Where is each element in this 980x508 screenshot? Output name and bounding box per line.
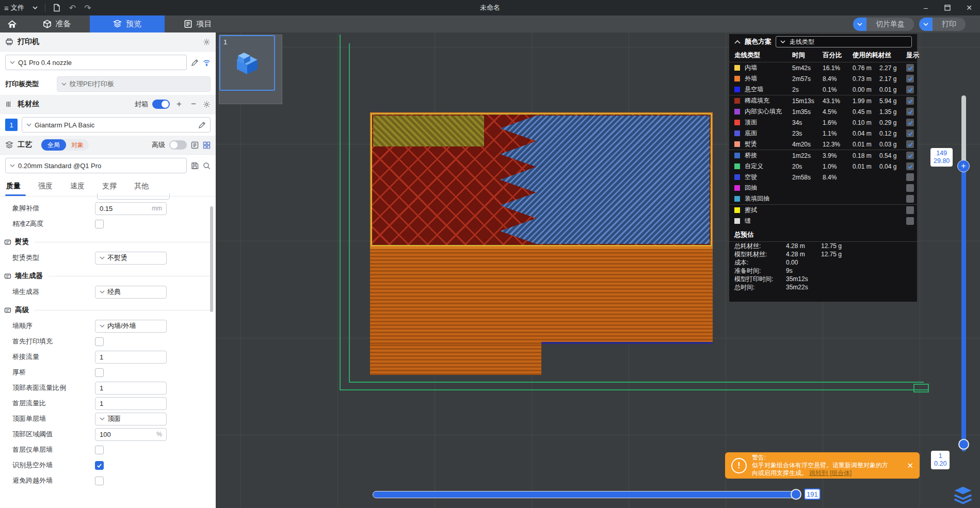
line-type-visibility-checkbox[interactable] (906, 129, 914, 137)
close-button[interactable]: ✕ (958, 0, 980, 15)
param-input-桥接流量[interactable]: 1 (95, 351, 167, 364)
param-row: 熨烫类型不熨烫 (0, 250, 216, 266)
param-label: 避免跨越外墙 (0, 476, 95, 485)
line-type-percent: 1.6% (823, 119, 853, 126)
warning-close-button[interactable]: ✕ (907, 461, 913, 470)
layer-slider-bottom-handle[interactable] (958, 439, 969, 450)
partially-visible-input[interactable] (97, 193, 170, 200)
print-dropdown-button[interactable] (919, 18, 933, 31)
param-checkbox-避免跨越外墙[interactable] (95, 477, 104, 485)
total-label: 准备时间: (734, 267, 786, 275)
line-type-visibility-checkbox[interactable] (906, 184, 914, 192)
search-preset-icon[interactable] (203, 162, 211, 170)
tab-preview[interactable]: 预览 (90, 15, 165, 32)
move-slider-handle[interactable] (791, 489, 801, 500)
line-type-visibility-checkbox[interactable] (906, 108, 914, 116)
param-value: 1 (100, 353, 159, 361)
check-icon (907, 130, 913, 137)
filament-settings-gear-icon[interactable] (203, 101, 211, 108)
check-icon (907, 153, 913, 159)
slice-button[interactable]: 切片单盘 (866, 18, 914, 31)
slice-dropdown-button[interactable] (853, 18, 866, 31)
warning-title: 警告: (752, 454, 888, 462)
plate-thumbnail[interactable]: 1 (219, 35, 282, 104)
line-type-visibility-checkbox[interactable] (906, 217, 914, 225)
new-project-button[interactable] (49, 0, 65, 15)
compare-settings-icon[interactable] (203, 141, 211, 149)
line-type-weight: 0.54 g (879, 152, 906, 159)
add-filament-button[interactable]: + (174, 99, 184, 109)
line-type-visibility-checkbox[interactable] (906, 206, 914, 214)
undo-button[interactable]: ↶ (65, 0, 80, 15)
bed-outline-bottom-inner (349, 382, 924, 383)
scope-object-pill[interactable]: 对象 (66, 141, 89, 150)
warning-jump-link[interactable]: 跳转到 [组合体] (809, 469, 852, 477)
file-menu[interactable]: ≡ 文件 (0, 0, 28, 15)
check-icon (907, 65, 913, 71)
move-slider-track[interactable] (373, 491, 801, 498)
section-title: 高级 (15, 305, 29, 315)
chevron-down-icon (10, 61, 15, 64)
tab-prepare[interactable]: 准备 (24, 15, 90, 32)
param-row: 厚桥 (0, 365, 216, 380)
line-type-swatch (734, 141, 740, 147)
chevron-down-icon (61, 83, 67, 86)
param-checkbox-精准Z高度[interactable] (95, 220, 104, 228)
param-value: 100 (100, 431, 154, 438)
line-type-visibility-checkbox[interactable] (906, 75, 914, 83)
printer-preset-select[interactable]: Q1 Pro 0.4 nozzle (5, 55, 187, 70)
print-button[interactable]: 打印 (933, 18, 966, 31)
plate-type-select[interactable]: 纹理PEI打印板 (57, 76, 211, 92)
param-select-熨烫类型[interactable]: 不熨烫 (95, 252, 167, 265)
layers-view-icon[interactable] (953, 486, 973, 504)
param-checkbox-首层仅单层墙[interactable] (95, 446, 104, 454)
param-input-顶部表面流量比例[interactable]: 1 (95, 382, 167, 395)
param-checkbox-首先打印填充[interactable] (95, 337, 104, 346)
home-button[interactable] (0, 15, 24, 32)
param-checkbox-识别悬空外墙[interactable] (95, 461, 104, 470)
titlebar: ≡ 文件 ↶ ↷ 未命名 – ✕ (0, 0, 980, 15)
parameters-scrollbar[interactable] (210, 206, 213, 312)
line-type-visibility-checkbox[interactable] (906, 152, 914, 159)
line-type-visibility-checkbox[interactable] (906, 97, 914, 105)
param-input-象脚补偿[interactable]: 0.15mm (95, 202, 167, 215)
edit-preset-icon[interactable] (191, 59, 199, 67)
process-preset-select[interactable]: 0.20mm Standard @Q1 Pro (5, 158, 187, 173)
line-type-visibility-checkbox[interactable] (906, 162, 914, 170)
printer-settings-gear-icon[interactable] (203, 38, 211, 46)
layer-slider-top-handle[interactable]: + (957, 160, 970, 172)
param-select-墙顺序[interactable]: 内墙/外墙 (95, 320, 167, 333)
line-type-visibility-checkbox[interactable] (906, 195, 914, 203)
line-type-visibility-checkbox[interactable] (906, 140, 914, 148)
minimize-button[interactable]: – (915, 0, 937, 15)
param-label: 首先打印填充 (0, 337, 95, 346)
save-preset-icon[interactable] (191, 162, 199, 170)
param-input-首层流量比[interactable]: 1 (95, 397, 167, 410)
filament-slot-badge[interactable]: 1 (5, 119, 18, 131)
line-type-row-内部实心填充: 内部实心填充1m35s4.5%0.45 m1.35 g (729, 106, 917, 117)
wifi-connection-icon[interactable] (203, 59, 211, 67)
edit-filament-icon[interactable] (198, 121, 206, 129)
box-toggle[interactable] (152, 100, 170, 109)
model-bottom-edge-line (541, 342, 713, 344)
collapse-panel-icon[interactable] (734, 40, 741, 44)
line-type-visibility-checkbox[interactable] (906, 119, 914, 126)
advanced-toggle[interactable] (169, 140, 187, 150)
param-checkbox-厚桥[interactable] (95, 368, 104, 377)
scope-global-pill[interactable]: 全局 (41, 139, 66, 151)
redo-button[interactable]: ↷ (80, 0, 95, 15)
maximize-button[interactable] (937, 0, 958, 15)
line-type-visibility-checkbox[interactable] (906, 64, 914, 72)
parameter-list-icon[interactable] (191, 141, 199, 149)
param-select-顶面单层墙[interactable]: 顶面 (95, 413, 167, 425)
param-select-墙生成器[interactable]: 经典 (95, 286, 167, 299)
color-scheme-select[interactable]: 走线类型 (776, 36, 912, 47)
filament-preset-select[interactable]: Giantarm PLA Basic (22, 117, 211, 133)
tab-project[interactable]: 项目 (165, 15, 231, 32)
file-menu-dropdown[interactable] (28, 0, 42, 15)
remove-filament-button[interactable]: − (188, 99, 199, 109)
param-input-顶部区域阈值[interactable]: 100% (95, 428, 167, 441)
line-type-visibility-checkbox[interactable] (906, 86, 914, 93)
layer-slider-track[interactable] (961, 95, 966, 451)
line-type-visibility-checkbox[interactable] (906, 173, 914, 181)
